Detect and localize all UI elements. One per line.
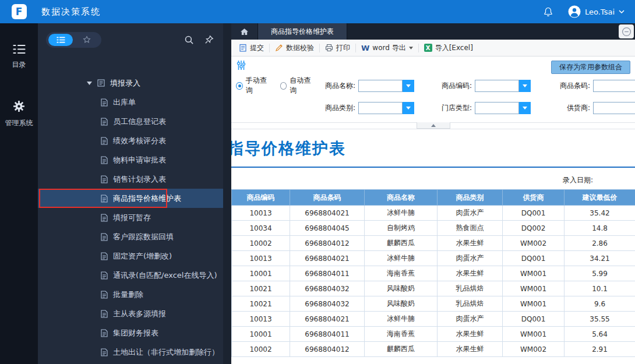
cell-suggested-min-price[interactable]: 10.1	[565, 281, 635, 296]
cell-suggested-min-price[interactable]: 9.6	[565, 296, 635, 312]
cell-supplier[interactable]: WM001	[503, 296, 565, 312]
cell-product-code[interactable]: 10013	[232, 251, 290, 266]
product-name-combobox[interactable]	[358, 80, 414, 92]
cell-product-name[interactable]: 冰鲜牛腩	[365, 251, 438, 266]
cell-suggested-min-price[interactable]: 14.8	[565, 221, 635, 236]
store-type-combobox[interactable]	[475, 102, 531, 114]
product-code-combobox[interactable]	[475, 80, 531, 92]
supplier-input[interactable]	[593, 102, 635, 114]
product-name-input[interactable]	[358, 80, 403, 92]
cell-product-name[interactable]: 自制烤鸡	[365, 221, 438, 236]
sidebar-tree-item[interactable]: 商品指导价格维护表	[38, 189, 223, 208]
sidebar-tree-item[interactable]: 绩效考核评分表	[38, 131, 223, 150]
auto-query-radio[interactable]: 自动查询	[280, 76, 315, 96]
save-param-combo-button[interactable]: 保存为常用参数组合	[551, 61, 630, 74]
combo-dropdown-button[interactable]	[403, 80, 414, 92]
sidebar-tree-item[interactable]: 主从表多源填报	[38, 304, 223, 323]
cell-supplier[interactable]: DQ001	[503, 251, 565, 266]
cell-product-category[interactable]: 水果生鲜	[438, 266, 503, 281]
cell-product-barcode[interactable]: 6968804032	[290, 281, 365, 296]
cell-product-category[interactable]: 乳品烘焙	[438, 296, 503, 312]
sidebar-collapse-strip[interactable]	[223, 23, 231, 364]
cell-product-category[interactable]: 熟食面点	[438, 221, 503, 236]
cell-product-category[interactable]: 肉蛋水产	[438, 206, 503, 221]
cell-supplier[interactable]: WM001	[503, 281, 565, 296]
cell-product-barcode[interactable]: 6968804021	[290, 251, 365, 266]
cell-supplier[interactable]: DQ002	[503, 221, 565, 236]
cell-product-category[interactable]: 乳品烘焙	[438, 281, 503, 296]
cell-product-code[interactable]: 10013	[232, 206, 290, 221]
brand-logo[interactable]: F	[0, 4, 38, 19]
cell-supplier[interactable]: DQ001	[503, 206, 565, 221]
favorites-view-button[interactable]	[75, 34, 99, 46]
cell-product-code[interactable]: 10034	[232, 221, 290, 236]
cell-product-barcode[interactable]: 6968804032	[290, 296, 365, 312]
cell-suggested-min-price[interactable]: 2.86	[565, 236, 635, 251]
cell-product-category[interactable]: 肉蛋水产	[438, 312, 503, 327]
sidebar-tree-item[interactable]: 固定资产(增删改)	[38, 246, 223, 266]
product-code-input[interactable]	[475, 80, 519, 92]
pin-icon[interactable]	[204, 35, 214, 44]
cell-supplier[interactable]: WM001	[503, 327, 565, 342]
cell-product-name[interactable]: 麒麟西瓜	[365, 342, 438, 357]
sidebar-tree-item[interactable]: 土地出让（非行式增加删除行）	[38, 342, 223, 362]
cell-product-barcode[interactable]: 6968804011	[290, 327, 365, 342]
cell-supplier[interactable]: WM002	[503, 342, 565, 357]
tree-view-button[interactable]	[48, 34, 73, 46]
sidebar-tree-item[interactable]: 集团财务报表	[38, 323, 223, 342]
cell-product-barcode[interactable]: 6968804011	[290, 266, 365, 281]
cell-product-category[interactable]: 肉蛋水产	[438, 251, 503, 266]
supplier-combobox[interactable]	[593, 102, 635, 114]
cell-product-barcode[interactable]: 6968804045	[290, 221, 365, 236]
cell-supplier[interactable]: DQ001	[503, 312, 565, 327]
validate-button[interactable]: 数据校验	[270, 40, 319, 56]
cell-supplier[interactable]: WM002	[503, 236, 565, 251]
cell-product-code[interactable]: 10021	[232, 296, 290, 312]
combo-dropdown-button[interactable]	[403, 102, 414, 114]
cell-product-name[interactable]: 海南香蕉	[365, 327, 438, 342]
cell-product-category[interactable]: 水果生鲜	[438, 327, 503, 342]
cell-product-code[interactable]: 10001	[232, 266, 290, 281]
tab-home[interactable]	[231, 23, 258, 40]
cell-product-barcode[interactable]: 6968804012	[290, 236, 365, 251]
filter-sliders-icon[interactable]	[237, 60, 246, 70]
sidebar-tree-item[interactable]: 客户跟踪数据回填	[38, 227, 223, 246]
cell-product-code[interactable]: 10002	[232, 342, 290, 357]
cell-product-category[interactable]: 水果生鲜	[438, 342, 503, 357]
user-menu[interactable]: Leo.Tsai	[568, 5, 625, 18]
product-barcode-combobox[interactable]	[593, 80, 635, 92]
cell-product-name[interactable]: 海南香蕉	[365, 266, 438, 281]
sidebar-tree-item[interactable]: 员工信息登记表	[38, 112, 223, 131]
combo-dropdown-button[interactable]	[519, 102, 531, 114]
cell-suggested-min-price[interactable]: 34.21	[565, 251, 635, 266]
bell-icon[interactable]	[544, 7, 553, 17]
sidebar-tree-item[interactable]: 填报可暂存	[38, 208, 223, 227]
tab-active[interactable]: 商品指导价格维护表	[258, 23, 347, 40]
tree-root-folder[interactable]: 填报录入	[38, 73, 223, 93]
cell-product-barcode[interactable]: 6968804012	[290, 342, 365, 357]
collapse-tabs-button[interactable]	[619, 24, 634, 38]
search-icon[interactable]	[184, 35, 194, 45]
product-barcode-input[interactable]	[593, 80, 635, 92]
cell-product-name[interactable]: 冰鲜牛腩	[365, 206, 438, 221]
manual-query-radio[interactable]: 手动查询	[236, 76, 271, 96]
product-category-input[interactable]	[358, 102, 403, 114]
cell-product-category[interactable]: 水果生鲜	[438, 236, 503, 251]
cell-supplier[interactable]: WM001	[503, 266, 565, 281]
cell-suggested-min-price[interactable]: 2.91	[565, 342, 635, 357]
sidebar-tree-item[interactable]: 出库单	[38, 93, 223, 112]
rail-item-directory[interactable]: 目录	[12, 44, 26, 70]
sidebar-tree-item[interactable]: 销售计划录入表	[38, 169, 223, 189]
cell-suggested-min-price[interactable]: 5.64	[565, 327, 635, 342]
sidebar-tree-item[interactable]: 批量删除	[38, 285, 223, 304]
word-export-button[interactable]: W word 导出	[356, 40, 418, 56]
print-button[interactable]: 打印	[320, 40, 355, 56]
submit-button[interactable]: 提交	[234, 40, 269, 56]
cell-suggested-min-price[interactable]: 35.55	[565, 312, 635, 327]
collapse-params-handle[interactable]	[417, 122, 450, 129]
cell-product-name[interactable]: 麒麟西瓜	[365, 236, 438, 251]
sidebar-tree-item[interactable]: 物料申请审批表	[38, 150, 223, 169]
cell-product-code[interactable]: 10002	[232, 236, 290, 251]
cell-product-code[interactable]: 10021	[232, 281, 290, 296]
cell-suggested-min-price[interactable]: 35.42	[565, 206, 635, 221]
